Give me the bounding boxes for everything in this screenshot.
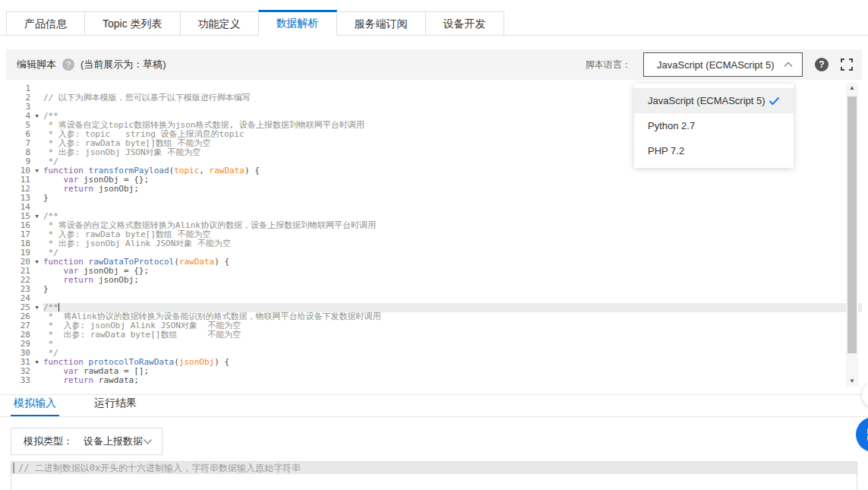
fold-arrow-icon[interactable]: ▼ <box>30 303 43 312</box>
fold-gutter <box>30 103 43 112</box>
line-number: 33 <box>6 376 30 385</box>
fold-gutter <box>30 321 43 330</box>
editor-title: 编辑脚本 <box>17 58 56 71</box>
code-line[interactable]: 18 * 出参: jsonObj Alink JSON对象 不能为空 <box>6 239 862 248</box>
code-line[interactable]: 28 * 出参: rawData byte[]数组 不能为空 <box>6 330 862 340</box>
code-text: var rawdata = []; <box>43 367 862 376</box>
editor-header: 编辑脚本 ? (当前展示为：草稿) 脚本语言： JavaScript (ECMA… <box>6 49 862 80</box>
code-text: * 出参: jsonObj Alink JSON对象 不能为空 <box>43 239 862 248</box>
code-line[interactable]: 12 return jsonObj; <box>6 185 862 194</box>
editor-scrollbar[interactable]: ▲ ▼ <box>846 83 858 387</box>
fold-gutter <box>30 276 43 285</box>
code-line[interactable]: 13} <box>6 194 862 203</box>
language-label: 脚本语言： <box>586 58 631 71</box>
code-line[interactable]: 23} <box>6 285 862 294</box>
simulation-type-value: 设备上报数据 <box>84 435 143 448</box>
tab-5[interactable]: 服务端订阅 <box>336 11 426 35</box>
code-line[interactable]: 24 <box>6 294 862 303</box>
code-text: * <box>43 340 862 349</box>
code-text <box>43 203 862 212</box>
simulation-input-comment: // 二进制数据以0x开头的十六进制输入，字符串数据输入原始字符串 <box>18 462 301 475</box>
code-text: } <box>43 194 862 203</box>
fold-gutter <box>30 376 43 385</box>
language-option-3[interactable]: PHP 7.2 <box>634 138 794 163</box>
contact-widget-button[interactable] <box>856 417 868 452</box>
code-line[interactable]: 22 return jsonObj; <box>6 276 862 285</box>
scroll-up-icon[interactable]: ▲ <box>846 83 858 93</box>
fold-gutter <box>30 121 43 130</box>
code-text: function protocolToRawData(jsonObj) { <box>43 358 862 367</box>
fold-gutter <box>30 312 43 321</box>
tab-4[interactable]: 数据解析 <box>258 10 337 36</box>
code-text: * 出参: rawData byte[]数组 不能为空 <box>43 330 862 340</box>
fold-arrow-icon[interactable]: ▼ <box>30 112 43 121</box>
code-text: return rawdata; <box>43 376 862 385</box>
fold-gutter <box>30 194 43 203</box>
fold-gutter <box>30 230 43 239</box>
code-text: } <box>43 285 862 294</box>
code-line[interactable]: 14 <box>6 203 862 212</box>
tab-1[interactable]: 产品信息 <box>6 11 85 35</box>
fold-gutter <box>30 340 43 349</box>
language-dropdown-menu: JavaScript (ECMAScript 5)Python 2.7PHP 7… <box>634 84 794 168</box>
fold-arrow-icon[interactable]: ▼ <box>30 258 43 267</box>
tab-6[interactable]: 设备开发 <box>425 11 504 35</box>
code-line[interactable]: 29 * <box>6 340 862 349</box>
text-cursor <box>13 463 14 473</box>
sim-tab-1[interactable]: 模拟输入 <box>11 397 59 416</box>
editor-help-icon[interactable]: ? <box>62 58 74 71</box>
fold-gutter <box>30 367 43 376</box>
fold-arrow-icon[interactable]: ▼ <box>30 212 43 221</box>
fold-gutter <box>30 84 43 93</box>
language-option-2[interactable]: Python 2.7 <box>634 113 794 138</box>
chevron-down-icon <box>143 438 153 445</box>
product-tab-bar: 产品信息Topic 类列表功能定义数据解析服务端订阅设备开发 <box>0 3 868 36</box>
fold-gutter <box>30 203 43 212</box>
sim-tab-2[interactable]: 运行结果 <box>91 397 140 416</box>
language-select[interactable]: JavaScript (ECMAScript 5) <box>643 52 803 77</box>
language-select-value: JavaScript (ECMAScript 5) <box>657 59 784 71</box>
simulation-type-label: 模拟类型： <box>24 435 73 448</box>
fold-gutter <box>30 248 43 258</box>
simulation-tab-bar: 模拟输入运行结果 <box>0 394 868 417</box>
script-help-icon[interactable]: ? <box>815 58 829 71</box>
code-text: return jsonObj; <box>43 276 862 285</box>
fold-gutter <box>30 148 43 157</box>
fold-gutter <box>30 285 43 294</box>
fold-arrow-icon[interactable]: ▼ <box>30 358 43 367</box>
simulation-input-area[interactable]: // 二进制数据以0x开头的十六进制输入，字符串数据输入原始字符串 <box>11 461 857 490</box>
fold-gutter <box>30 175 43 185</box>
code-text: return jsonObj; <box>43 185 862 194</box>
code-text: function rawDataToProtocol(rawData) { <box>43 258 862 267</box>
scroll-down-icon[interactable]: ▼ <box>846 376 858 387</box>
fold-arrow-icon[interactable]: ▼ <box>30 166 43 175</box>
draft-note: (当前展示为：草稿) <box>80 58 166 71</box>
code-line[interactable]: 33 return rawdata; <box>6 376 862 385</box>
language-option-1[interactable]: JavaScript (ECMAScript 5) <box>634 88 794 113</box>
fold-gutter <box>30 221 43 230</box>
fold-gutter <box>30 349 43 358</box>
tab-3[interactable]: 功能定义 <box>180 11 259 35</box>
fold-gutter <box>30 239 43 248</box>
code-text <box>43 294 862 303</box>
chevron-up-icon <box>784 62 793 68</box>
fold-gutter <box>30 267 43 276</box>
code-text: var jsonObj = {}; <box>43 175 862 185</box>
tab-2[interactable]: Topic 类列表 <box>84 11 181 35</box>
simulation-input-line: // 二进制数据以0x开头的十六进制输入，字符串数据输入原始字符串 <box>11 462 857 474</box>
fullscreen-icon[interactable] <box>841 58 853 71</box>
fold-gutter <box>30 130 43 139</box>
fold-gutter <box>30 294 43 303</box>
simulation-type-select[interactable]: 模拟类型： 设备上报数据 <box>11 428 163 455</box>
fold-gutter <box>30 139 43 148</box>
fold-gutter <box>30 157 43 166</box>
check-icon <box>769 96 780 106</box>
fold-gutter <box>30 185 43 194</box>
scrollbar-thumb[interactable] <box>847 96 857 353</box>
fold-gutter <box>30 330 43 340</box>
code-text: var jsonObj = {}; <box>43 267 862 276</box>
text-cursor <box>58 303 59 311</box>
fold-gutter <box>30 93 43 103</box>
